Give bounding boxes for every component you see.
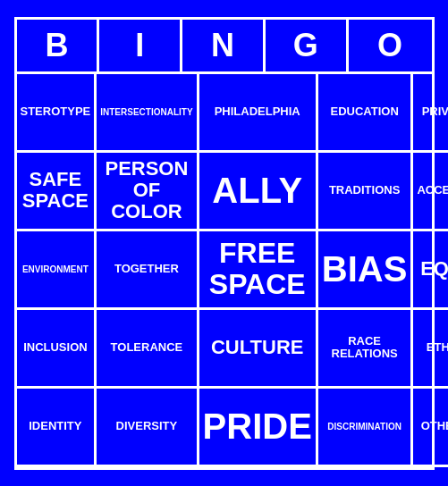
cell-text-1-3: TRADITIONS [329,184,400,197]
cell-text-3-0: INCLUSION [23,341,88,354]
bingo-grid: STEROTYPEINTERSECTIONALITYPHILADELPHIAED… [17,74,432,467]
cell-text-2-0: ENVIRONMENT [22,264,89,274]
header-letter-N: N [182,20,266,71]
cell-2-3: BIAS [318,231,414,310]
cell-text-1-0: SAFE SPACE [21,169,91,212]
cell-text-1-1: PERSON OF COLOR [100,158,192,223]
cell-text-0-4: PRIVILEDGE [422,105,448,118]
cell-text-2-1: TOGETHER [114,263,179,275]
cell-text-4-4: OTHERNESS [421,420,448,432]
cell-text-1-2: ALLY [212,171,302,210]
header-letter-I: I [99,20,182,71]
cell-text-4-3: DISCRIMINATION [327,422,402,432]
cell-text-2-3: BIAS [322,249,408,289]
cell-2-1: TOGETHER [97,231,199,310]
cell-4-0: IDENTITY [17,389,97,467]
cell-text-0-3: EDUCATION [330,105,398,118]
cell-2-4: EQUITY [413,231,448,310]
cell-3-1: TOLERANCE [97,310,199,389]
cell-4-3: DISCRIMINATION [318,389,414,467]
cell-text-0-0: STEROTYPE [21,105,91,118]
cell-4-4: OTHERNESS [413,389,448,467]
cell-text-3-4: ETHNICITY [427,341,448,354]
cell-1-1: PERSON OF COLOR [97,153,199,231]
cell-0-2: PHILADELPHIA [199,74,318,153]
cell-1-4: ACCEPTANCE [413,153,448,231]
cell-text-0-1: INTERSECTIONALITY [100,107,192,117]
cell-0-4: PRIVILEDGE [413,74,448,153]
header-letter-B: B [17,20,100,71]
cell-2-2: FREE SPACE [199,231,318,310]
cell-text-2-2: FREE SPACE [203,238,312,300]
bingo-card: BINGO STEROTYPEINTERSECTIONALITYPHILADEL… [14,17,435,470]
cell-text-4-2: PRIDE [203,406,312,446]
cell-3-0: INCLUSION [17,310,97,389]
cell-0-3: EDUCATION [318,74,414,153]
cell-text-1-4: ACCEPTANCE [417,184,448,197]
cell-1-0: SAFE SPACE [17,153,97,231]
cell-0-0: STEROTYPE [17,74,97,153]
cell-text-4-1: DIVERSITY [116,420,178,432]
cell-4-1: DIVERSITY [97,389,199,467]
cell-1-3: TRADITIONS [318,153,414,231]
cell-1-2: ALLY [199,153,318,231]
cell-text-3-2: CULTURE [211,337,303,358]
cell-2-0: ENVIRONMENT [17,231,97,310]
cell-4-2: PRIDE [199,389,318,467]
cell-3-4: ETHNICITY [413,310,448,389]
cell-3-2: CULTURE [199,310,318,389]
cell-3-3: RACE RELATIONS [318,310,414,389]
bingo-header: BINGO [17,20,432,74]
header-letter-G: G [266,20,349,71]
cell-text-3-1: TOLERANCE [111,341,183,354]
cell-text-3-3: RACE RELATIONS [322,335,408,361]
header-letter-O: O [349,20,432,71]
cell-text-4-0: IDENTITY [29,420,81,432]
cell-text-0-2: PHILADELPHIA [215,105,300,118]
cell-0-1: INTERSECTIONALITY [97,74,199,153]
cell-text-2-4: EQUITY [420,258,448,280]
